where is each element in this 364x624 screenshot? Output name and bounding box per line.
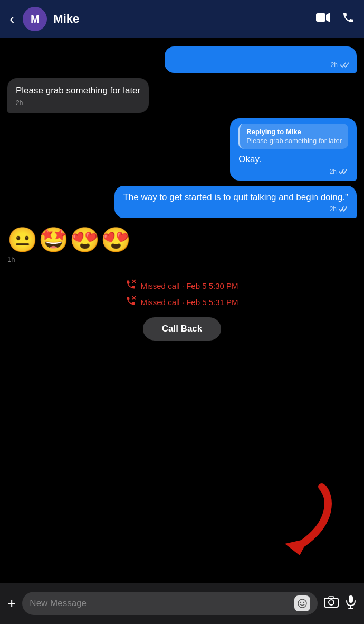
message-text: Please grab something for later (16, 84, 140, 97)
phone-call-icon[interactable] (342, 11, 355, 27)
reply-from-label: Replying to Mike (246, 128, 342, 136)
message-input-container[interactable]: New Message (22, 592, 318, 615)
header-icons (315, 11, 355, 27)
arrow-annotation (269, 481, 332, 550)
reply-header: Replying to Mike Please grab something f… (238, 124, 348, 149)
call-back-button[interactable]: Call Back (143, 317, 222, 341)
emoji-message: 😐🤩😍😍 1h (7, 226, 132, 263)
emoji-row: 😐🤩😍😍 (7, 226, 132, 253)
svg-point-8 (300, 602, 301, 603)
message-text: Okay. (238, 153, 348, 166)
svg-point-7 (298, 599, 306, 608)
reply-quoted-text: Please grab something for later (246, 137, 342, 145)
missed-call-1: Missed call · Feb 5 5:30 PM (126, 279, 238, 292)
missed-call-text-1: Missed call · Feb 5 5:30 PM (140, 281, 238, 290)
missed-calls-section: Missed call · Feb 5 5:30 PM Missed call … (7, 279, 357, 341)
microphone-button[interactable] (345, 595, 357, 612)
svg-rect-0 (316, 13, 325, 22)
message-time: 2h (238, 168, 348, 175)
svg-rect-13 (349, 595, 353, 603)
svg-point-9 (303, 602, 304, 603)
emoji-time: 1h (7, 256, 132, 263)
incoming-message-1: Please grab something for later 2h (7, 78, 149, 113)
message-time: 2h (123, 205, 348, 213)
missed-call-icon-2 (126, 296, 136, 309)
missed-call-2: Missed call · Feb 5 5:31 PM (126, 296, 238, 309)
outgoing-message-2: The way to get started is to quit talkin… (114, 186, 357, 219)
video-call-icon[interactable] (315, 12, 330, 26)
svg-marker-6 (285, 538, 309, 555)
camera-button[interactable] (324, 595, 339, 611)
message-text: The way to get started is to quit talkin… (123, 191, 348, 204)
partial-time: 2h (331, 61, 338, 69)
message-placeholder: New Message (30, 598, 290, 609)
missed-call-text-2: Missed call · Feb 5 5:31 PM (140, 298, 238, 307)
partial-bubble: 2h (165, 46, 357, 73)
contact-avatar: M (23, 7, 47, 31)
svg-point-11 (329, 600, 334, 605)
bottom-bar: + New Message (0, 583, 364, 624)
message-time: 2h (16, 99, 140, 107)
sticker-button[interactable] (294, 595, 310, 611)
attach-button[interactable]: + (7, 595, 16, 612)
svg-marker-1 (326, 13, 330, 22)
contact-name[interactable]: Mike (53, 12, 309, 26)
missed-call-icon-1 (126, 279, 136, 292)
outgoing-reply-message: Replying to Mike Please grab something f… (230, 118, 357, 181)
chat-header: ‹ M Mike (0, 0, 364, 38)
back-button[interactable]: ‹ (9, 11, 14, 27)
